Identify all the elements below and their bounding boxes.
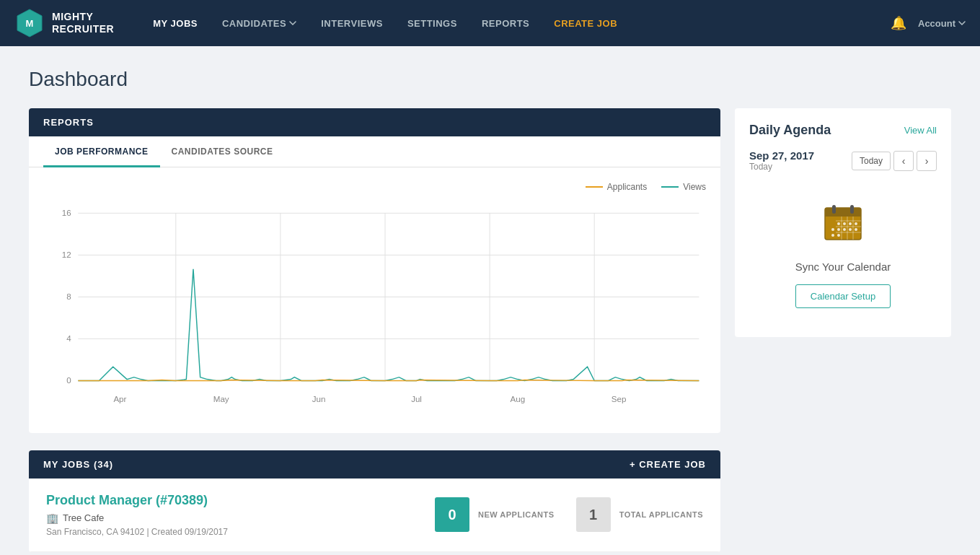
table-row: Product Manager (#70389) 🏢 Tree Cafe San… (29, 478, 720, 552)
nav-links: MY JOBS CANDIDATES INTERVIEWS SETTINGS R… (143, 12, 891, 35)
logo[interactable]: M MIGHTY RECRUITER (14, 8, 114, 38)
svg-point-32 (837, 222, 840, 225)
new-applicants-stat: 0 NEW APPLICANTS (435, 497, 555, 532)
agenda-title: Daily Agenda (749, 123, 831, 138)
agenda-date-row: Sep 27, 2017 Today Today ‹ › (749, 149, 937, 172)
building-icon: 🏢 (46, 512, 58, 524)
next-date-button[interactable]: › (917, 151, 937, 171)
views-line-icon (661, 186, 679, 188)
new-applicants-badge: 0 (435, 497, 469, 532)
tab-job-performance[interactable]: JOB PERFORMANCE (43, 136, 160, 167)
svg-text:May: May (213, 394, 229, 403)
create-job-link[interactable]: + Create Job (630, 459, 706, 470)
reports-card: REPORTS JOB PERFORMANCE CANDIDATES SOURC… (29, 108, 720, 433)
nav-interviews[interactable]: INTERVIEWS (311, 12, 393, 35)
agenda-card: Daily Agenda View All Sep 27, 2017 Today… (735, 108, 951, 337)
svg-point-40 (855, 228, 857, 231)
new-applicants-label: NEW APPLICANTS (478, 510, 555, 519)
svg-point-39 (849, 228, 852, 231)
nav-reports[interactable]: REPORTS (472, 12, 539, 35)
job-title[interactable]: Product Manager (#70389) (46, 493, 435, 508)
jobs-card: MY JOBS (34) + Create Job Product Manage… (29, 450, 720, 552)
nav-right: 🔔 Account (891, 15, 966, 31)
logo-text: MIGHTY RECRUITER (52, 11, 114, 35)
svg-text:8: 8 (66, 292, 71, 301)
svg-text:Sep: Sep (612, 394, 627, 403)
notification-bell-icon[interactable]: 🔔 (891, 15, 906, 31)
chart-container: 0 4 8 12 16 Apr (43, 199, 706, 426)
agenda-nav: Today ‹ › (852, 151, 937, 171)
svg-point-42 (837, 234, 840, 237)
svg-rect-43 (832, 205, 836, 214)
svg-text:0: 0 (66, 375, 71, 385)
navbar: M MIGHTY RECRUITER MY JOBS CANDIDATES IN… (0, 0, 980, 46)
account-menu[interactable]: Account (918, 18, 966, 29)
applicants-line-icon (586, 186, 603, 188)
page-layout: REPORTS JOB PERFORMANCE CANDIDATES SOURC… (29, 108, 951, 552)
job-company: 🏢 Tree Cafe (46, 512, 435, 524)
agenda-empty-state: Sync Your Calendar Calendar Setup (749, 186, 937, 323)
tab-candidates-source[interactable]: CANDIDATES SOURCE (160, 136, 285, 167)
jobs-header: MY JOBS (34) + Create Job (29, 450, 720, 478)
legend-applicants: Applicants (586, 182, 647, 192)
chart-area: Applicants Views (29, 167, 720, 433)
calendar-icon (821, 201, 865, 252)
candidates-chevron-icon (289, 21, 296, 25)
job-info: Product Manager (#70389) 🏢 Tree Cafe San… (46, 493, 435, 537)
total-applicants-badge: 1 (576, 497, 611, 532)
svg-point-41 (831, 234, 834, 237)
nav-my-jobs[interactable]: MY JOBS (143, 12, 208, 35)
agenda-date-info: Sep 27, 2017 Today (749, 149, 814, 172)
view-all-link[interactable]: View All (904, 125, 937, 136)
svg-point-33 (843, 222, 846, 225)
nav-settings[interactable]: SETTINGS (397, 12, 467, 35)
agenda-header: Daily Agenda View All (749, 123, 937, 138)
svg-point-34 (849, 222, 852, 225)
total-applicants-label: TOTAL APPLICANTS (619, 510, 703, 519)
jobs-title: MY JOBS (34) (43, 459, 113, 470)
job-location: San Francisco, CA 94102 | Created 09/19/… (46, 527, 435, 537)
account-chevron-icon (958, 21, 966, 25)
calendar-setup-button[interactable]: Calendar Setup (795, 284, 891, 308)
total-applicants-stat: 1 TOTAL APPLICANTS (576, 497, 703, 532)
agenda-today-label: Today (749, 162, 814, 172)
svg-text:Jul: Jul (411, 394, 422, 403)
page-title: Dashboard (29, 68, 951, 91)
svg-text:M: M (26, 18, 34, 29)
job-stats: 0 NEW APPLICANTS 1 TOTAL APPLICANTS (435, 497, 703, 532)
sidebar-column: Daily Agenda View All Sep 27, 2017 Today… (735, 108, 951, 337)
svg-point-35 (855, 222, 857, 225)
reports-tabs: JOB PERFORMANCE CANDIDATES SOURCE (29, 136, 720, 167)
main-column: REPORTS JOB PERFORMANCE CANDIDATES SOURC… (29, 108, 720, 552)
prev-date-button[interactable]: ‹ (893, 151, 914, 171)
svg-point-38 (843, 228, 846, 231)
today-button[interactable]: Today (852, 152, 891, 170)
legend-views: Views (661, 182, 706, 192)
performance-chart: 0 4 8 12 16 Apr (43, 199, 706, 423)
svg-text:Aug: Aug (510, 394, 525, 403)
reports-header: REPORTS (29, 108, 720, 136)
svg-text:Jun: Jun (312, 394, 326, 403)
svg-text:Apr: Apr (113, 394, 126, 403)
chart-legend: Applicants Views (43, 182, 706, 192)
svg-text:12: 12 (62, 250, 71, 259)
svg-text:16: 16 (62, 208, 71, 217)
nav-create-job[interactable]: CREATE JOB (544, 12, 627, 35)
sync-calendar-text: Sync Your Calendar (795, 261, 891, 273)
svg-text:4: 4 (66, 333, 71, 343)
svg-point-37 (837, 228, 840, 231)
svg-point-36 (831, 228, 834, 231)
nav-candidates[interactable]: CANDIDATES (212, 12, 306, 35)
svg-rect-25 (825, 214, 861, 217)
agenda-date: Sep 27, 2017 (749, 149, 814, 162)
svg-rect-44 (850, 205, 854, 214)
main-content: Dashboard REPORTS JOB PERFORMANCE CANDID… (0, 46, 980, 555)
